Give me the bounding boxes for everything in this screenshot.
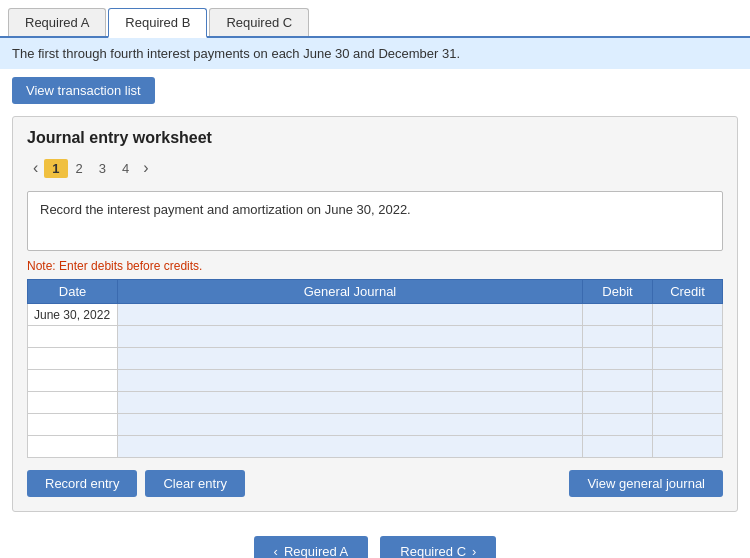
- col-header-debit: Debit: [583, 280, 653, 304]
- debit-input-5[interactable]: [583, 414, 652, 435]
- date-cell-6: [28, 436, 118, 458]
- info-bar: The first through fourth interest paymen…: [0, 38, 750, 69]
- journal-cell-6[interactable]: [118, 436, 583, 458]
- record-entry-button[interactable]: Record entry: [27, 470, 137, 497]
- journal-input-4[interactable]: [118, 392, 582, 413]
- table-row: [28, 436, 723, 458]
- instruction-box: Record the interest payment and amortiza…: [27, 191, 723, 251]
- credit-input-3[interactable]: [653, 370, 722, 391]
- date-cell-1: [28, 326, 118, 348]
- debit-cell-4[interactable]: [583, 392, 653, 414]
- credit-input-2[interactable]: [653, 348, 722, 369]
- date-cell-3: [28, 370, 118, 392]
- worksheet-title: Journal entry worksheet: [27, 129, 723, 147]
- page-1[interactable]: 1: [44, 159, 67, 178]
- journal-input-1[interactable]: [118, 326, 582, 347]
- journal-input-2[interactable]: [118, 348, 582, 369]
- journal-cell-2[interactable]: [118, 348, 583, 370]
- journal-cell-1[interactable]: [118, 326, 583, 348]
- debit-cell-5[interactable]: [583, 414, 653, 436]
- credit-input-6[interactable]: [653, 436, 722, 457]
- table-row: June 30, 2022: [28, 304, 723, 326]
- note-text: Note: Enter debits before credits.: [27, 259, 723, 273]
- col-header-credit: Credit: [653, 280, 723, 304]
- table-row: [28, 414, 723, 436]
- worksheet-card: Journal entry worksheet ‹ 1 2 3 4 › Reco…: [12, 116, 738, 512]
- nav-next-button[interactable]: Required C ›: [380, 536, 496, 558]
- debit-input-0[interactable]: [583, 304, 652, 325]
- journal-cell-4[interactable]: [118, 392, 583, 414]
- date-cell-0: June 30, 2022: [28, 304, 118, 326]
- tab-required-a[interactable]: Required A: [8, 8, 106, 36]
- clear-entry-button[interactable]: Clear entry: [145, 470, 245, 497]
- view-general-journal-button[interactable]: View general journal: [569, 470, 723, 497]
- journal-input-3[interactable]: [118, 370, 582, 391]
- journal-table: Date General Journal Debit Credit June 3…: [27, 279, 723, 458]
- debit-cell-6[interactable]: [583, 436, 653, 458]
- journal-cell-3[interactable]: [118, 370, 583, 392]
- debit-input-1[interactable]: [583, 326, 652, 347]
- table-row: [28, 326, 723, 348]
- credit-cell-6[interactable]: [653, 436, 723, 458]
- debit-input-6[interactable]: [583, 436, 652, 457]
- debit-input-3[interactable]: [583, 370, 652, 391]
- credit-cell-2[interactable]: [653, 348, 723, 370]
- tabs-bar: Required A Required B Required C: [0, 0, 750, 38]
- entry-actions: Record entry Clear entry View general jo…: [27, 470, 723, 497]
- credit-input-4[interactable]: [653, 392, 722, 413]
- credit-cell-0[interactable]: [653, 304, 723, 326]
- credit-cell-3[interactable]: [653, 370, 723, 392]
- nav-next-icon: ›: [472, 544, 476, 558]
- pagination: ‹ 1 2 3 4 ›: [27, 157, 723, 179]
- debit-cell-3[interactable]: [583, 370, 653, 392]
- page-3[interactable]: 3: [91, 159, 114, 178]
- journal-input-0[interactable]: [118, 304, 582, 325]
- page-prev-button[interactable]: ‹: [27, 157, 44, 179]
- journal-cell-5[interactable]: [118, 414, 583, 436]
- credit-cell-4[interactable]: [653, 392, 723, 414]
- date-cell-2: [28, 348, 118, 370]
- tab-required-b[interactable]: Required B: [108, 8, 207, 38]
- nav-prev-button[interactable]: ‹ Required A: [254, 536, 369, 558]
- tab-required-c[interactable]: Required C: [209, 8, 309, 36]
- date-cell-4: [28, 392, 118, 414]
- debit-cell-1[interactable]: [583, 326, 653, 348]
- table-row: [28, 348, 723, 370]
- date-cell-5: [28, 414, 118, 436]
- bottom-nav: ‹ Required A Required C ›: [0, 520, 750, 558]
- table-row: [28, 370, 723, 392]
- nav-prev-icon: ‹: [274, 544, 278, 558]
- credit-input-5[interactable]: [653, 414, 722, 435]
- col-header-date: Date: [28, 280, 118, 304]
- page-next-button[interactable]: ›: [137, 157, 154, 179]
- top-actions: View transaction list: [0, 69, 750, 112]
- journal-input-5[interactable]: [118, 414, 582, 435]
- credit-input-1[interactable]: [653, 326, 722, 347]
- debit-cell-2[interactable]: [583, 348, 653, 370]
- credit-input-0[interactable]: [653, 304, 722, 325]
- page-4[interactable]: 4: [114, 159, 137, 178]
- journal-input-6[interactable]: [118, 436, 582, 457]
- debit-input-4[interactable]: [583, 392, 652, 413]
- debit-cell-0[interactable]: [583, 304, 653, 326]
- view-transaction-list-button[interactable]: View transaction list: [12, 77, 155, 104]
- table-row: [28, 392, 723, 414]
- nav-prev-label: Required A: [284, 544, 348, 558]
- credit-cell-5[interactable]: [653, 414, 723, 436]
- journal-cell-0[interactable]: [118, 304, 583, 326]
- credit-cell-1[interactable]: [653, 326, 723, 348]
- col-header-journal: General Journal: [118, 280, 583, 304]
- nav-next-label: Required C: [400, 544, 466, 558]
- page-2[interactable]: 2: [68, 159, 91, 178]
- debit-input-2[interactable]: [583, 348, 652, 369]
